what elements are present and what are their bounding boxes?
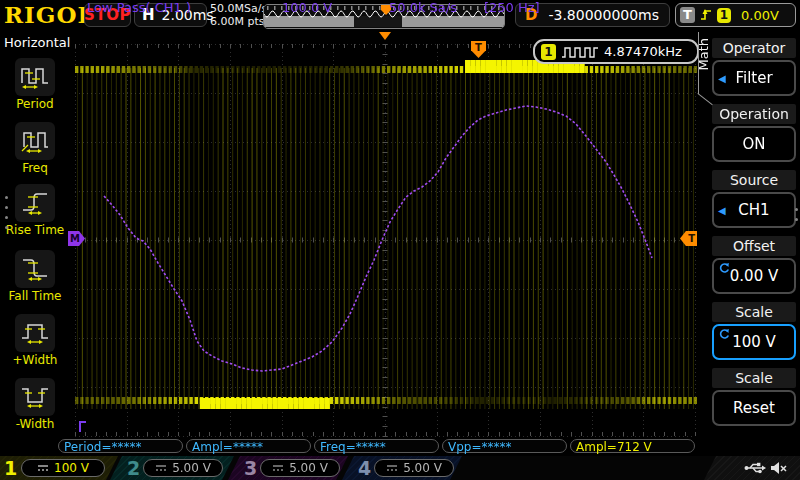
menu-item-title: Scale <box>712 368 796 388</box>
square-wave-icon <box>561 45 599 59</box>
left-menu-item-plus-width[interactable]: +Width <box>0 314 70 367</box>
waveform-display[interactable] <box>75 32 697 437</box>
usb-icon <box>744 461 766 475</box>
scale-reset-button[interactable]: Reset <box>712 390 796 426</box>
minus-width-icon <box>15 378 55 416</box>
menu-item-value: Reset <box>733 399 775 417</box>
trigger-info-box[interactable]: T 1 0.00V <box>675 3 796 27</box>
math-bandwidth: [250 Hz] <box>484 0 540 15</box>
trigger-level-value: 0.00V <box>741 8 779 23</box>
menu-item-value: 0.00 V <box>730 267 778 285</box>
counter-frequency-value: 4.87470kHz <box>604 44 682 59</box>
rigol-logo: RIGOL <box>4 1 95 28</box>
scale-value-button[interactable]: 100 V <box>712 324 796 360</box>
channel-scale-value: 5.00 V <box>403 461 442 475</box>
channel-number: 2 <box>127 456 140 480</box>
channel-3-status[interactable]: 3 5.00 V <box>228 456 348 480</box>
measurement-slot-freq[interactable]: Freq=***** <box>314 439 439 453</box>
measurement-slot-vpp[interactable]: Vpp=***** <box>442 439 567 453</box>
channel-scale-value: 5.00 V <box>172 461 211 475</box>
menu-page-dot <box>795 218 798 221</box>
channel-2-status[interactable]: 2 5.00 V <box>110 456 234 480</box>
channel-scale-value: 5.00 V <box>289 461 328 475</box>
measurement-slot-ampl2[interactable]: Ampl=712 V <box>570 439 695 453</box>
left-menu-label: Period <box>0 97 70 111</box>
left-menu-scroll-dot <box>5 216 8 219</box>
left-menu-title: Horizontal <box>4 35 70 50</box>
menu-item-value: CH1 <box>738 201 769 219</box>
menu-page-dot <box>795 208 798 211</box>
left-menu-item-period[interactable]: Period <box>0 58 70 111</box>
dc-coupling-icon <box>37 463 49 473</box>
left-menu-scroll-dot <box>5 196 8 199</box>
operation-value-button[interactable]: ON <box>712 126 796 162</box>
menu-item-value: 100 V <box>732 333 776 351</box>
operator-value-button[interactable]: ◀ Filter <box>712 60 796 96</box>
oscilloscope-screen: RIGOL STOP H 2.00ms 50.0MSa/s 6.00M pts … <box>0 0 800 480</box>
math-sample-rate: 50.0k Sa/s <box>389 0 457 15</box>
left-menu-item-freq[interactable]: Freq <box>0 122 70 175</box>
rise-time-icon <box>15 184 55 222</box>
menu-item-operator[interactable]: Operator ◀ Filter <box>712 38 796 96</box>
left-arrow-icon: ◀ <box>718 205 726 216</box>
menu-item-operation[interactable]: Operation ON <box>712 104 796 162</box>
menu-item-title: Operation <box>712 104 796 124</box>
channel-scale-box: 5.00 V <box>374 459 454 477</box>
counter-source-badge: 1 <box>541 44 556 60</box>
freq-icon <box>15 122 55 160</box>
left-menu-label: Rise Time <box>0 223 70 237</box>
channel-scale-box: 5.00 V <box>260 459 340 477</box>
trigger-source-badge: 1 <box>717 8 731 23</box>
menu-item-offset[interactable]: Offset 0.00 V <box>712 236 796 294</box>
dc-coupling-icon <box>155 463 167 473</box>
left-menu-label: Freq <box>0 161 70 175</box>
math-scale-value: 100.0 V <box>282 0 332 15</box>
left-menu-scroll-dot <box>5 206 8 209</box>
menu-item-source[interactable]: Source ◀ CH1 <box>712 170 796 228</box>
speaker-muted-icon[interactable] <box>770 460 788 476</box>
left-menu-item-minus-width[interactable]: -Width <box>0 378 70 431</box>
left-menu-label: +Width <box>0 353 70 367</box>
measurement-slot-period[interactable]: Period=***** <box>58 439 183 453</box>
channel-scale-box: 100 V <box>21 459 105 477</box>
left-menu-label: Fall Time <box>0 289 70 303</box>
system-status-section <box>704 456 800 480</box>
dc-coupling-icon <box>272 463 284 473</box>
left-menu-label: -Width <box>0 417 70 431</box>
period-icon <box>15 58 55 96</box>
source-value-button[interactable]: ◀ CH1 <box>712 192 796 228</box>
acquisition-info: 50.0MSa/s 6.00M pts <box>210 2 267 28</box>
offset-value-button[interactable]: 0.00 V <box>712 258 796 294</box>
menu-item-title: Scale <box>712 302 796 322</box>
channel-status-bar: 1 100 V 2 5.00 V 3 5.00 V 4 5.00 V <box>0 456 800 480</box>
memory-depth: 6.00M pts <box>210 15 267 28</box>
channel-scale-value: 100 V <box>54 461 89 475</box>
menu-item-value: Filter <box>735 69 772 87</box>
menu-divider <box>698 32 699 94</box>
fall-time-icon <box>15 250 55 288</box>
frequency-counter-badge: 1 4.87470kHz <box>533 39 699 64</box>
channel-number: 4 <box>358 456 371 480</box>
channel-scale-box: 5.00 V <box>143 459 223 477</box>
left-menu-item-rise-time[interactable]: Rise Time <box>0 184 70 237</box>
plus-width-icon <box>15 314 55 352</box>
left-menu-item-fall-time[interactable]: Fall Time <box>0 250 70 303</box>
measurement-slot-ampl[interactable]: Ampl=***** <box>186 439 311 453</box>
channel-1-status[interactable]: 1 100 V <box>0 456 118 480</box>
menu-item-title: Offset <box>712 236 796 256</box>
channel-number: 3 <box>244 456 257 480</box>
channel-4-status[interactable]: 4 5.00 V <box>342 456 462 480</box>
math-label-corner <box>79 421 86 432</box>
menu-item-scale-reset[interactable]: Scale Reset <box>712 368 796 426</box>
sample-rate: 50.0MSa/s <box>210 2 267 15</box>
menu-item-value: ON <box>742 135 765 153</box>
menu-item-scale[interactable]: Scale 100 V <box>712 302 796 360</box>
menu-item-title: Operator <box>712 38 796 58</box>
rotate-knob-icon <box>718 328 730 340</box>
delay-value: -3.80000000ms <box>548 7 659 23</box>
trigger-slope-icon <box>700 8 712 22</box>
rotate-knob-icon <box>718 262 730 274</box>
left-menu-scroll-dot <box>5 226 8 229</box>
menu-item-title: Source <box>712 170 796 190</box>
left-arrow-icon: ◀ <box>718 73 726 84</box>
